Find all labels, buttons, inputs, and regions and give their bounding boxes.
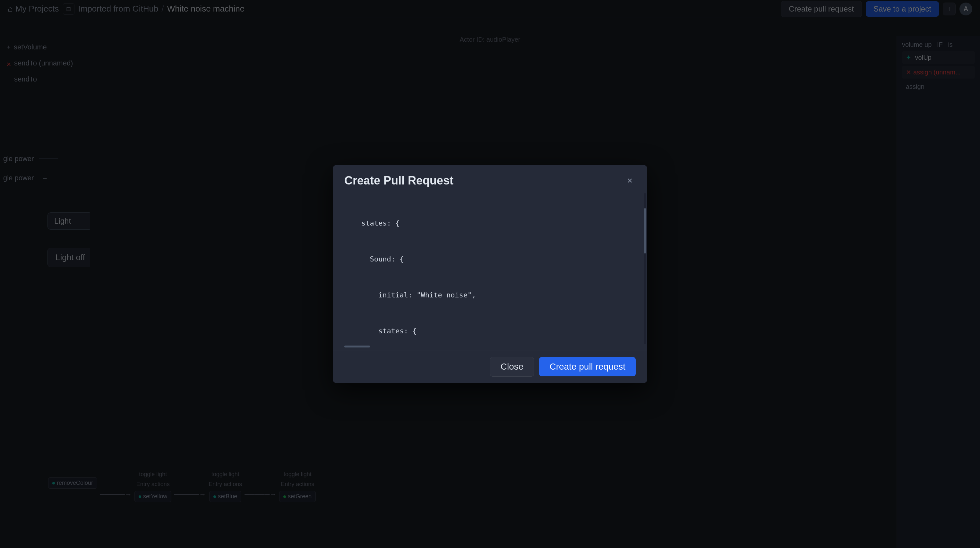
code-line-4: states: { [344,325,636,337]
code-block: states: { Sound: { initial: "White noise… [344,193,636,344]
modal-title: Create Pull Request [344,174,453,187]
code-line-2: Sound: { [344,253,636,265]
scrollbar-track [644,193,646,344]
scrollbar-thumb[interactable] [644,208,646,254]
close-x-icon: × [627,175,633,186]
modal-header: Create Pull Request × [333,165,647,193]
scroll-indicator [333,344,647,350]
code-line-1: states: { [344,217,636,229]
modal-close-button[interactable]: × [624,175,636,186]
modal-overlay: Create Pull Request × states: { Sound: {… [0,0,980,548]
modal-close-btn[interactable]: Close [490,357,534,376]
code-line-3: initial: "White noise", [344,289,636,301]
scroll-bar-horizontal[interactable] [344,346,370,348]
modal-content[interactable]: states: { Sound: { initial: "White noise… [333,193,647,344]
create-pr-modal: Create Pull Request × states: { Sound: {… [333,165,647,383]
modal-create-pr-btn[interactable]: Create pull request [539,357,636,376]
modal-footer: Close Create pull request [333,350,647,383]
